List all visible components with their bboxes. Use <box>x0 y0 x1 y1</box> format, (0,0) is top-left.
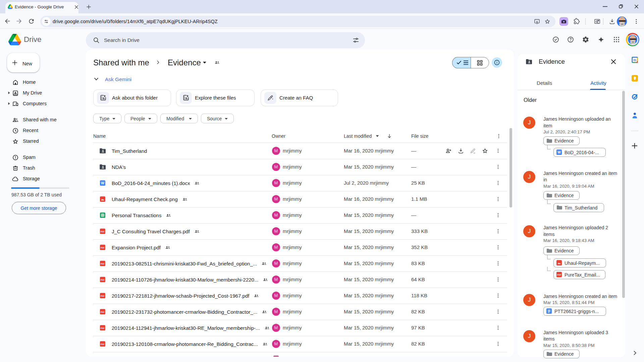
svg-text:PDF: PDF <box>557 274 561 276</box>
svg-text:PDF: PDF <box>101 295 105 297</box>
svg-text:PDF: PDF <box>101 343 105 345</box>
svg-text:PDF: PDF <box>101 262 105 265</box>
svg-text:PDF: PDF <box>101 230 105 233</box>
svg-text:PDF: PDF <box>101 311 105 313</box>
svg-text:31: 31 <box>633 58 637 62</box>
svg-text:W: W <box>557 150 561 154</box>
svg-text:PDF: PDF <box>101 327 105 329</box>
svg-text:W: W <box>101 181 104 185</box>
svg-text:PDF: PDF <box>101 279 105 281</box>
svg-text:PDF: PDF <box>101 246 105 249</box>
